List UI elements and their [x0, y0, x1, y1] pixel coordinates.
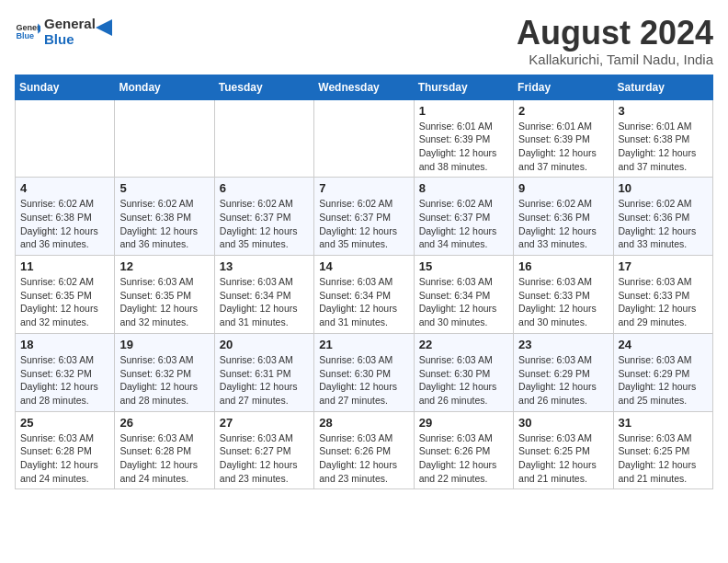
- day-number: 24: [619, 338, 708, 351]
- calendar-table: SundayMondayTuesdayWednesdayThursdayFrid…: [15, 75, 713, 490]
- day-info: Sunrise: 6:03 AM Sunset: 6:33 PM Dayligh…: [619, 275, 708, 329]
- day-info: Sunrise: 6:03 AM Sunset: 6:28 PM Dayligh…: [20, 431, 109, 486]
- day-info: Sunrise: 6:03 AM Sunset: 6:26 PM Dayligh…: [419, 431, 508, 486]
- calendar-cell-4-2: 19Sunrise: 6:03 AM Sunset: 6:32 PM Dayli…: [115, 333, 214, 411]
- svg-marker-3: [96, 19, 112, 36]
- day-info: Sunrise: 6:02 AM Sunset: 6:37 PM Dayligh…: [419, 197, 508, 251]
- calendar-cell-1-6: 2Sunrise: 6:01 AM Sunset: 6:39 PM Daylig…: [514, 99, 613, 178]
- day-info: Sunrise: 6:02 AM Sunset: 6:38 PM Dayligh…: [119, 197, 209, 251]
- day-info: Sunrise: 6:03 AM Sunset: 6:30 PM Dayligh…: [319, 353, 408, 408]
- day-number: 15: [419, 259, 508, 273]
- day-info: Sunrise: 6:03 AM Sunset: 6:35 PM Dayligh…: [119, 275, 209, 329]
- day-number: 12: [119, 259, 209, 273]
- subtitle: Kallakurichi, Tamil Nadu, India: [517, 52, 713, 67]
- page-header: General Blue General Blue August 2024 Ka…: [15, 15, 713, 67]
- calendar-cell-4-4: 21Sunrise: 6:03 AM Sunset: 6:30 PM Dayli…: [314, 333, 414, 411]
- day-info: Sunrise: 6:03 AM Sunset: 6:29 PM Dayligh…: [518, 353, 608, 408]
- calendar-cell-2-3: 6Sunrise: 6:02 AM Sunset: 6:37 PM Daylig…: [214, 178, 313, 256]
- day-info: Sunrise: 6:02 AM Sunset: 6:35 PM Dayligh…: [20, 275, 109, 329]
- day-info: Sunrise: 6:02 AM Sunset: 6:37 PM Dayligh…: [319, 197, 408, 251]
- calendar-cell-5-2: 26Sunrise: 6:03 AM Sunset: 6:28 PM Dayli…: [115, 411, 214, 489]
- day-number: 14: [319, 259, 408, 273]
- calendar-cell-5-7: 31Sunrise: 6:03 AM Sunset: 6:25 PM Dayli…: [613, 411, 712, 489]
- day-info: Sunrise: 6:01 AM Sunset: 6:38 PM Dayligh…: [619, 120, 708, 174]
- weekday-header-row: SundayMondayTuesdayWednesdayThursdayFrid…: [16, 75, 713, 99]
- day-info: Sunrise: 6:03 AM Sunset: 6:30 PM Dayligh…: [419, 353, 508, 408]
- day-info: Sunrise: 6:03 AM Sunset: 6:31 PM Dayligh…: [220, 353, 309, 408]
- day-info: Sunrise: 6:03 AM Sunset: 6:32 PM Dayligh…: [119, 353, 209, 408]
- calendar-week-row-1: 1Sunrise: 6:01 AM Sunset: 6:39 PM Daylig…: [16, 99, 713, 178]
- day-info: Sunrise: 6:03 AM Sunset: 6:25 PM Dayligh…: [619, 431, 708, 486]
- day-number: 18: [20, 338, 109, 351]
- weekday-header-sunday: Sunday: [16, 75, 115, 99]
- calendar-week-row-5: 25Sunrise: 6:03 AM Sunset: 6:28 PM Dayli…: [16, 411, 713, 489]
- day-info: Sunrise: 6:03 AM Sunset: 6:29 PM Dayligh…: [619, 353, 708, 408]
- day-number: 2: [518, 104, 608, 118]
- calendar-cell-4-1: 18Sunrise: 6:03 AM Sunset: 6:32 PM Dayli…: [16, 333, 115, 411]
- calendar-cell-2-5: 8Sunrise: 6:02 AM Sunset: 6:37 PM Daylig…: [414, 178, 513, 256]
- day-number: 7: [319, 181, 408, 195]
- logo-icon: General Blue: [15, 18, 40, 44]
- day-info: Sunrise: 6:03 AM Sunset: 6:32 PM Dayligh…: [20, 353, 109, 408]
- calendar-cell-3-2: 12Sunrise: 6:03 AM Sunset: 6:35 PM Dayli…: [115, 256, 214, 334]
- calendar-cell-5-5: 29Sunrise: 6:03 AM Sunset: 6:26 PM Dayli…: [414, 411, 513, 489]
- weekday-header-thursday: Thursday: [414, 75, 513, 99]
- weekday-header-friday: Friday: [514, 75, 613, 99]
- day-number: 9: [518, 181, 608, 195]
- calendar-week-row-2: 4Sunrise: 6:02 AM Sunset: 6:38 PM Daylig…: [16, 178, 713, 256]
- calendar-cell-4-3: 20Sunrise: 6:03 AM Sunset: 6:31 PM Dayli…: [214, 333, 313, 411]
- day-number: 23: [518, 338, 608, 351]
- day-number: 6: [220, 181, 309, 195]
- logo-general-text: General: [44, 17, 96, 32]
- calendar-cell-5-6: 30Sunrise: 6:03 AM Sunset: 6:25 PM Dayli…: [514, 411, 613, 489]
- calendar-cell-5-1: 25Sunrise: 6:03 AM Sunset: 6:28 PM Dayli…: [16, 411, 115, 489]
- day-number: 8: [419, 181, 508, 195]
- calendar-cell-4-6: 23Sunrise: 6:03 AM Sunset: 6:29 PM Dayli…: [514, 333, 613, 411]
- day-number: 22: [419, 338, 508, 351]
- day-info: Sunrise: 6:01 AM Sunset: 6:39 PM Dayligh…: [419, 120, 508, 174]
- calendar-cell-3-3: 13Sunrise: 6:03 AM Sunset: 6:34 PM Dayli…: [214, 256, 313, 334]
- weekday-header-saturday: Saturday: [613, 75, 712, 99]
- calendar-cell-1-7: 3Sunrise: 6:01 AM Sunset: 6:38 PM Daylig…: [613, 99, 712, 178]
- calendar-cell-1-2: [115, 99, 214, 178]
- calendar-week-row-3: 11Sunrise: 6:02 AM Sunset: 6:35 PM Dayli…: [16, 256, 713, 334]
- main-title: August 2024: [517, 15, 713, 52]
- day-number: 28: [319, 416, 408, 430]
- day-number: 29: [419, 416, 508, 430]
- calendar-cell-2-1: 4Sunrise: 6:02 AM Sunset: 6:38 PM Daylig…: [16, 178, 115, 256]
- calendar-cell-2-6: 9Sunrise: 6:02 AM Sunset: 6:36 PM Daylig…: [514, 178, 613, 256]
- day-number: 16: [518, 259, 608, 273]
- calendar-cell-2-2: 5Sunrise: 6:02 AM Sunset: 6:38 PM Daylig…: [115, 178, 214, 256]
- day-number: 13: [220, 259, 309, 273]
- calendar-cell-3-4: 14Sunrise: 6:03 AM Sunset: 6:34 PM Dayli…: [314, 256, 414, 334]
- svg-text:General: General: [16, 22, 40, 31]
- calendar-cell-1-4: [314, 99, 414, 178]
- day-number: 26: [119, 416, 209, 430]
- day-number: 30: [518, 416, 608, 430]
- day-number: 17: [619, 259, 708, 273]
- svg-text:Blue: Blue: [16, 31, 34, 40]
- day-number: 1: [419, 104, 508, 118]
- day-number: 21: [319, 338, 408, 351]
- day-info: Sunrise: 6:03 AM Sunset: 6:26 PM Dayligh…: [319, 431, 408, 486]
- calendar-cell-5-3: 27Sunrise: 6:03 AM Sunset: 6:27 PM Dayli…: [214, 411, 313, 489]
- calendar-cell-3-7: 17Sunrise: 6:03 AM Sunset: 6:33 PM Dayli…: [613, 256, 712, 334]
- day-info: Sunrise: 6:03 AM Sunset: 6:33 PM Dayligh…: [518, 275, 608, 329]
- day-info: Sunrise: 6:03 AM Sunset: 6:25 PM Dayligh…: [518, 431, 608, 486]
- day-number: 27: [220, 416, 309, 430]
- day-number: 19: [119, 338, 209, 351]
- day-info: Sunrise: 6:03 AM Sunset: 6:34 PM Dayligh…: [419, 275, 508, 329]
- calendar-cell-1-5: 1Sunrise: 6:01 AM Sunset: 6:39 PM Daylig…: [414, 99, 513, 178]
- day-info: Sunrise: 6:03 AM Sunset: 6:27 PM Dayligh…: [220, 431, 309, 486]
- day-number: 25: [20, 416, 109, 430]
- day-info: Sunrise: 6:02 AM Sunset: 6:38 PM Dayligh…: [20, 197, 109, 251]
- weekday-header-wednesday: Wednesday: [314, 75, 414, 99]
- calendar-cell-3-1: 11Sunrise: 6:02 AM Sunset: 6:35 PM Dayli…: [16, 256, 115, 334]
- day-number: 10: [619, 181, 708, 195]
- logo-blue-text: Blue: [44, 32, 96, 48]
- day-info: Sunrise: 6:02 AM Sunset: 6:37 PM Dayligh…: [220, 197, 309, 251]
- day-info: Sunrise: 6:01 AM Sunset: 6:39 PM Dayligh…: [518, 120, 608, 174]
- day-info: Sunrise: 6:03 AM Sunset: 6:28 PM Dayligh…: [119, 431, 209, 486]
- day-info: Sunrise: 6:03 AM Sunset: 6:34 PM Dayligh…: [220, 275, 309, 329]
- day-number: 11: [20, 259, 109, 273]
